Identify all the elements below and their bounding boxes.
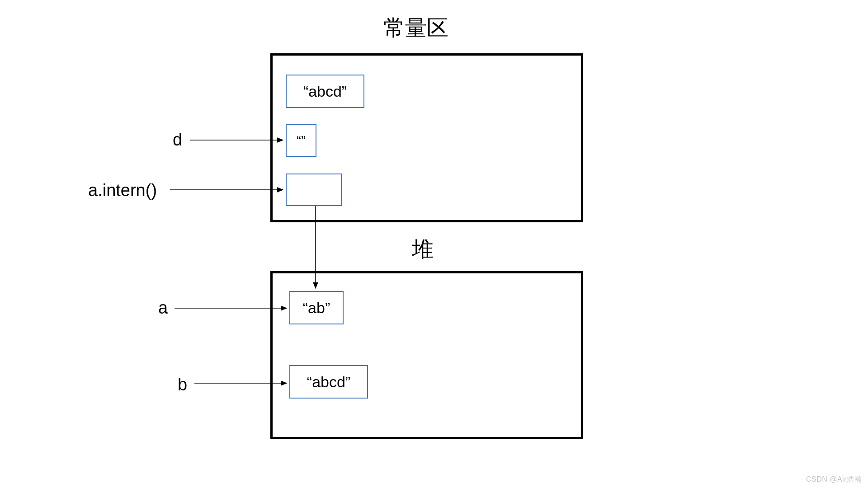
label-d: d bbox=[173, 130, 182, 150]
label-b: b bbox=[178, 375, 187, 394]
pool-cell-abcd: “abcd” bbox=[286, 75, 364, 108]
pool-cell-ref bbox=[286, 174, 342, 206]
pool-cell-empty: “” bbox=[286, 124, 316, 157]
constant-pool-title: 常量区 bbox=[371, 14, 461, 42]
diagram-stage: 常量区 “abcd” “” 堆 “ab” “abcd” d a.intern()… bbox=[0, 0, 868, 488]
heap-cell-ab: “ab” bbox=[289, 291, 344, 324]
label-a: a bbox=[158, 298, 168, 318]
heap-title: 堆 bbox=[405, 235, 441, 264]
label-a-intern: a.intern() bbox=[88, 181, 157, 200]
watermark: CSDN @Air浩瀚 bbox=[806, 475, 862, 484]
heap-cell-abcd: “abcd” bbox=[289, 365, 368, 399]
